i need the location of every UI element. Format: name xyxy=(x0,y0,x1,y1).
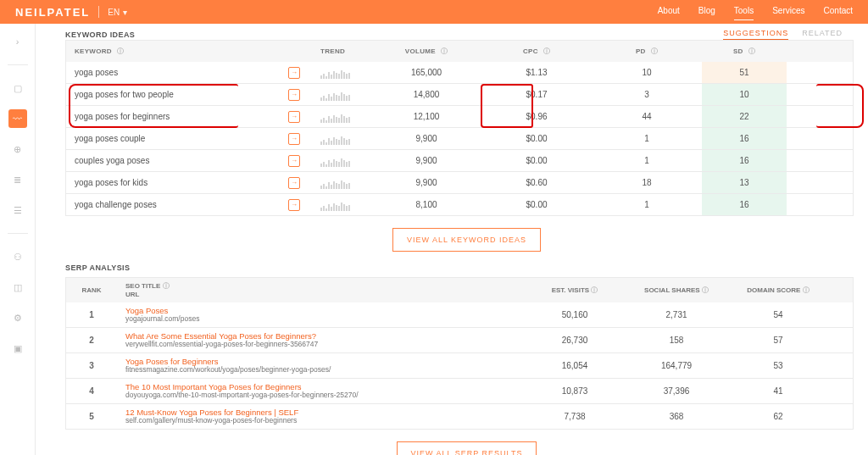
rank-cell: 4 xyxy=(66,386,117,396)
view-all-keyword-ideas-button[interactable]: VIEW ALL KEYWORD IDEAS xyxy=(392,228,541,252)
nav-contact[interactable]: Contact xyxy=(824,6,853,19)
col-rank[interactable]: RANK xyxy=(66,286,117,295)
keyword-cell: yoga challenge poses→ xyxy=(66,199,312,211)
col-domain-label: DOMAIN SCORE xyxy=(747,286,800,294)
sidebar-layers-icon[interactable]: ≣ xyxy=(8,170,27,189)
main-nav: About Blog Tools Services Contact xyxy=(658,6,853,19)
left-sidebar: › ▢ 〰 ⊕ ≣ ☰ ⚇ ◫ ⚙ ▣ xyxy=(0,24,36,455)
expand-row-icon[interactable]: → xyxy=(288,111,300,123)
nav-blog[interactable]: Blog xyxy=(698,6,715,19)
table-row: 3Yoga Poses for Beginnersfitnessmagazine… xyxy=(65,353,854,379)
col-trend[interactable]: TREND xyxy=(312,47,371,55)
info-icon[interactable]: ⓘ xyxy=(441,47,448,56)
serp-url[interactable]: self.com/gallery/must-know-yoga-poses-fo… xyxy=(125,417,515,424)
col-social-shares[interactable]: SOCIAL SHARES ⓘ xyxy=(626,286,727,295)
info-icon[interactable]: ⓘ xyxy=(117,47,124,56)
table-row: yoga challenge poses→8,100$0.00116 xyxy=(65,194,854,216)
col-cpc[interactable]: CPC ⓘ xyxy=(481,47,592,56)
title-url-cell[interactable]: 12 Must-Know Yoga Poses for Beginners | … xyxy=(117,408,524,425)
keyword-ideas-table: KEYWORD ⓘ TREND VOLUME ⓘ CPC ⓘ PD ⓘ SD xyxy=(65,40,854,216)
main-content: KEYWORD IDEAS SUGGESTIONS RELATED KEYWOR… xyxy=(36,24,868,455)
serp-analysis-table: RANK SEO TITLE ⓘ URL EST. VISITS ⓘ SOCIA… xyxy=(65,277,854,430)
nav-tools[interactable]: Tools xyxy=(734,6,754,19)
social-shares-cell: 368 xyxy=(626,412,727,421)
table-row: 4The 10 Most Important Yoga Poses for Be… xyxy=(65,379,854,404)
keyword-text: yoga poses xyxy=(75,68,118,77)
social-shares-cell: 158 xyxy=(626,336,727,345)
pd-cell: 1 xyxy=(592,200,702,209)
sidebar-globe-icon[interactable]: ⊕ xyxy=(8,140,27,158)
title-url-cell[interactable]: Yoga Poses for Beginnersfitnessmagazine.… xyxy=(117,358,524,375)
nav-services[interactable]: Services xyxy=(772,6,804,19)
title-url-cell[interactable]: Yoga Posesyogajournal.com/poses xyxy=(117,307,524,324)
est-visits-cell: 7,738 xyxy=(524,412,626,421)
est-visits-cell: 16,054 xyxy=(524,361,626,370)
col-volume-label: VOLUME xyxy=(405,47,436,55)
expand-row-icon[interactable]: → xyxy=(288,199,300,211)
title-url-cell[interactable]: The 10 Most Important Yoga Poses for Beg… xyxy=(117,383,524,400)
keyword-text: yoga poses for beginners xyxy=(75,112,170,121)
language-selector[interactable]: EN ▾ xyxy=(108,8,127,17)
keyword-table-header: KEYWORD ⓘ TREND VOLUME ⓘ CPC ⓘ PD ⓘ SD xyxy=(65,40,854,62)
sidebar-list-icon[interactable]: ☰ xyxy=(8,201,27,219)
col-est-visits-label: EST. VISITS xyxy=(552,286,589,294)
serp-url[interactable]: yogajournal.com/poses xyxy=(125,315,515,323)
sd-cell: 51 xyxy=(702,62,787,83)
sidebar-collapse-icon[interactable]: › xyxy=(8,32,27,51)
info-icon[interactable]: ⓘ xyxy=(163,282,170,290)
col-seo-title-label: SEO TITLE xyxy=(125,282,160,290)
serp-url[interactable]: verywellfit.com/essential-yoga-poses-for… xyxy=(125,341,515,348)
col-cpc-label: CPC xyxy=(523,47,538,55)
col-keyword[interactable]: KEYWORD ⓘ xyxy=(66,47,312,56)
col-domain-score[interactable]: DOMAIN SCORE ⓘ xyxy=(727,286,829,295)
brand-logo[interactable]: NEILPATEL xyxy=(15,6,90,19)
pd-cell: 44 xyxy=(592,112,702,121)
expand-row-icon[interactable]: → xyxy=(288,133,300,145)
col-sd-label: SD xyxy=(733,47,743,55)
trend-sparkline xyxy=(312,67,371,79)
view-all-serp-results-button[interactable]: VIEW ALL SERP RESULTS xyxy=(397,441,537,455)
sidebar-box-icon[interactable]: ▣ xyxy=(8,339,27,358)
expand-row-icon[interactable]: → xyxy=(288,67,300,79)
sd-cell: 16 xyxy=(702,128,787,149)
sidebar-dashboard-icon[interactable]: ▢ xyxy=(8,79,27,97)
sidebar-chart-icon[interactable]: ◫ xyxy=(8,278,27,297)
title-url-cell[interactable]: What Are Some Essential Yoga Poses for B… xyxy=(117,332,524,349)
keyword-text: yoga challenge poses xyxy=(75,200,157,209)
col-keyword-label: KEYWORD xyxy=(75,47,112,55)
expand-row-icon[interactable]: → xyxy=(288,89,300,101)
info-icon[interactable]: ⓘ xyxy=(803,286,810,294)
col-est-visits[interactable]: EST. VISITS ⓘ xyxy=(524,286,626,295)
keyword-cell: yoga poses for beginners→ xyxy=(66,111,312,123)
rank-cell: 3 xyxy=(66,361,117,370)
pd-cell: 10 xyxy=(592,68,702,77)
cpc-cell: $0.96 xyxy=(481,112,592,121)
volume-cell: 14,800 xyxy=(371,90,481,99)
expand-row-icon[interactable]: → xyxy=(288,155,300,167)
tab-suggestions[interactable]: SUGGESTIONS xyxy=(723,29,788,40)
sidebar-users-icon[interactable]: ⚇ xyxy=(8,247,27,266)
pd-cell: 18 xyxy=(592,178,702,187)
est-visits-cell: 10,873 xyxy=(524,386,626,396)
info-icon[interactable]: ⓘ xyxy=(702,286,709,294)
info-icon[interactable]: ⓘ xyxy=(591,286,598,294)
sidebar-separator xyxy=(8,64,28,65)
nav-about[interactable]: About xyxy=(658,6,680,19)
keyword-text: couples yoga poses xyxy=(75,156,149,165)
info-icon[interactable]: ⓘ xyxy=(651,47,658,56)
info-icon[interactable]: ⓘ xyxy=(543,47,550,56)
volume-cell: 8,100 xyxy=(371,200,481,209)
serp-url[interactable]: doyouyoga.com/the-10-most-important-yoga… xyxy=(125,391,515,399)
pd-cell: 3 xyxy=(592,90,702,99)
col-title-url[interactable]: SEO TITLE ⓘ URL xyxy=(117,282,524,298)
sidebar-gear-icon[interactable]: ⚙ xyxy=(8,308,27,327)
expand-row-icon[interactable]: → xyxy=(288,177,300,189)
tab-related[interactable]: RELATED xyxy=(802,29,843,40)
col-pd[interactable]: PD ⓘ xyxy=(592,47,702,56)
sidebar-analytics-icon[interactable]: 〰 xyxy=(8,109,27,128)
sd-cell: 16 xyxy=(702,150,787,171)
col-volume[interactable]: VOLUME ⓘ xyxy=(371,47,481,56)
serp-url[interactable]: fitnessmagazine.com/workout/yoga/poses/b… xyxy=(125,366,515,374)
col-sd[interactable]: SD ⓘ xyxy=(702,47,787,56)
info-icon[interactable]: ⓘ xyxy=(748,47,755,56)
